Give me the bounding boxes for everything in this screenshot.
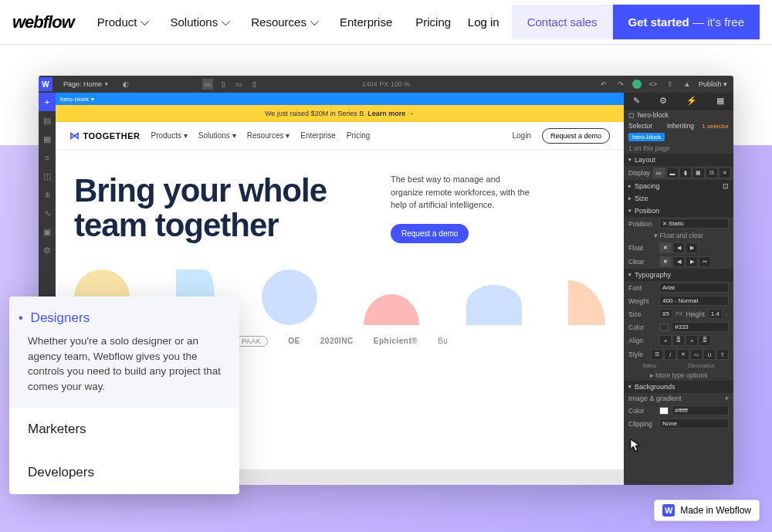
section-position[interactable]: ▾Position: [624, 205, 733, 217]
hero-headline: Bring your whole team together: [74, 173, 367, 243]
login-button[interactable]: Log in: [455, 5, 512, 39]
float-buttons[interactable]: ✕◀▶: [659, 242, 698, 253]
made-in-webflow-badge[interactable]: W Made in Webflow: [654, 500, 760, 521]
position-value[interactable]: ✕ Static: [659, 219, 729, 229]
preview-icon[interactable]: ◐: [120, 79, 131, 90]
bg-color-input[interactable]: #ffffff: [672, 405, 729, 415]
tab-developers[interactable]: Developers: [9, 451, 239, 494]
site-brand-logo[interactable]: ⋈TOOGETHER: [69, 130, 140, 141]
request-demo-button[interactable]: Request a demo: [542, 128, 610, 144]
webflow-logo[interactable]: webflow: [12, 12, 74, 32]
mouse-cursor-icon: [630, 439, 641, 452]
site-nav-products[interactable]: Products ▾: [151, 131, 187, 140]
more-type-options[interactable]: ▸ More type options: [650, 371, 708, 379]
redo-icon[interactable]: ↷: [615, 79, 626, 90]
webflow-badge-icon: W: [662, 504, 675, 517]
float-clear-toggle[interactable]: ▾ Float and clear: [654, 232, 703, 239]
arrow-right-icon: →: [408, 110, 415, 117]
tab-designers[interactable]: Designers Whether you're a solo designer…: [9, 296, 239, 408]
site-navigation: ⋈TOOGETHER Products ▾ Solutions ▾ Resour…: [56, 122, 624, 150]
logic-icon[interactable]: ∿: [39, 204, 56, 222]
style-buttons[interactable]: ☰I✕▭UT: [651, 349, 729, 360]
site-login[interactable]: Login: [512, 131, 530, 140]
announcement-bar[interactable]: We just raised $20M in Series B. Learn m…: [56, 105, 624, 122]
nav-enterprise[interactable]: Enterprise: [340, 15, 392, 29]
display-buttons[interactable]: ▭▬▮▦⊟✕: [653, 168, 731, 178]
ecommerce-icon[interactable]: ◫: [39, 167, 56, 185]
font-size-input[interactable]: 85: [659, 309, 672, 319]
color-input[interactable]: #333: [672, 322, 729, 332]
nav-solutions[interactable]: Solutions: [170, 15, 228, 29]
section-size[interactable]: ▸Size: [624, 192, 733, 205]
device-desktop-icon[interactable]: ▭: [202, 79, 213, 90]
logo-item: Bu: [438, 337, 448, 345]
clear-buttons[interactable]: ✕◀▶⇔: [659, 256, 711, 267]
section-typography[interactable]: ▾Typography: [624, 269, 733, 281]
nav-resources[interactable]: Resources: [251, 15, 317, 29]
tab-description: Whether you're a solo designer or an age…: [28, 334, 221, 394]
nav-pricing[interactable]: Pricing: [415, 15, 451, 29]
device-tablet-icon[interactable]: ▯: [218, 79, 229, 90]
get-started-button[interactable]: Get started — it's free: [613, 5, 760, 39]
inheriting-count[interactable]: 1 selector: [702, 123, 729, 130]
site-nav-pricing[interactable]: Pricing: [347, 131, 371, 140]
export-icon[interactable]: ⇪: [665, 79, 676, 90]
publish-button[interactable]: Publish ▾: [699, 80, 727, 88]
announcement-link[interactable]: Learn more: [367, 110, 405, 117]
clipping-select[interactable]: None: [659, 418, 729, 429]
status-dot-icon: [632, 80, 642, 89]
add-bg-icon[interactable]: +: [725, 395, 729, 402]
selected-element-tag[interactable]: hero-block ▾: [56, 94, 99, 104]
chevron-down-icon: [141, 16, 149, 25]
device-mobile-icon[interactable]: ▯: [249, 79, 259, 90]
shape-circle-blue: [262, 269, 317, 325]
font-select[interactable]: Arial: [659, 283, 729, 293]
settings-tab-icon[interactable]: ⚙: [659, 96, 667, 106]
line-height-input[interactable]: 1.4: [708, 309, 723, 319]
editor-top-bar: W Page: Home▾ ◐ ▭ ▯ ▭ ▯ 1404 PX 100 % ↶ …: [39, 76, 733, 93]
navigator-icon[interactable]: ▦: [39, 130, 56, 148]
image-gradient-label: Image & gradient: [628, 395, 722, 402]
selected-block-label: hero-block: [638, 111, 669, 119]
logo-item: Ephicient®: [374, 337, 418, 345]
site-nav-enterprise[interactable]: Enterprise: [300, 131, 336, 140]
viewport-info: 1404 PX 100 %: [362, 80, 411, 88]
settings-icon[interactable]: ⚙: [39, 241, 56, 259]
tab-marketers[interactable]: Marketers: [9, 408, 239, 451]
style-panel: ✎ ⚙ ⚡ ▦ ▢hero-block SelectorInheriting 1…: [624, 93, 733, 485]
user-icon[interactable]: ▲: [682, 79, 692, 90]
section-backgrounds[interactable]: ▾Backgrounds: [624, 381, 733, 393]
cms-icon[interactable]: ≡: [39, 148, 56, 167]
page-selector[interactable]: Page: Home▾: [57, 80, 114, 88]
style-tab-icon[interactable]: ✎: [633, 96, 640, 106]
color-swatch[interactable]: [659, 324, 669, 331]
audience-tabs-card: Designers Whether you're a solo designer…: [9, 296, 239, 494]
device-mobile-landscape-icon[interactable]: ▭: [233, 79, 244, 90]
users-icon[interactable]: ⋔: [39, 185, 56, 204]
pages-icon[interactable]: ▤: [39, 111, 56, 130]
weight-select[interactable]: 400 - Normal: [659, 296, 729, 306]
selector-tag[interactable]: hero-block: [628, 133, 665, 141]
contact-sales-button[interactable]: Contact sales: [512, 5, 613, 39]
selector-label: Selector: [628, 122, 652, 130]
element-tab-icon[interactable]: ▦: [716, 96, 724, 106]
section-spacing[interactable]: ▸Spacing⊡: [624, 180, 733, 192]
site-nav-resources[interactable]: Resources ▾: [247, 131, 290, 140]
logo-item: 2020INC: [320, 337, 354, 345]
assets-icon[interactable]: ▣: [39, 222, 56, 241]
site-nav-solutions[interactable]: Solutions ▾: [198, 131, 236, 140]
settings-icon[interactable]: ⊡: [723, 182, 729, 190]
section-layout[interactable]: ▾Layout: [624, 154, 733, 166]
shape-arch-pink: [364, 294, 419, 325]
webflow-icon[interactable]: W: [39, 77, 52, 91]
align-buttons[interactable]: ≡≣≡≣: [659, 335, 711, 346]
bg-color-swatch[interactable]: [659, 407, 669, 415]
interactions-tab-icon[interactable]: ⚡: [686, 96, 697, 106]
chevron-down-icon: [222, 16, 230, 25]
code-icon[interactable]: <>: [648, 79, 659, 90]
add-element-icon[interactable]: +: [39, 93, 56, 111]
brand-mark-icon: ⋈: [69, 130, 80, 141]
nav-product[interactable]: Product: [97, 15, 147, 29]
undo-icon[interactable]: ↶: [598, 79, 609, 90]
hero-cta-button[interactable]: Request a demo: [391, 224, 469, 243]
